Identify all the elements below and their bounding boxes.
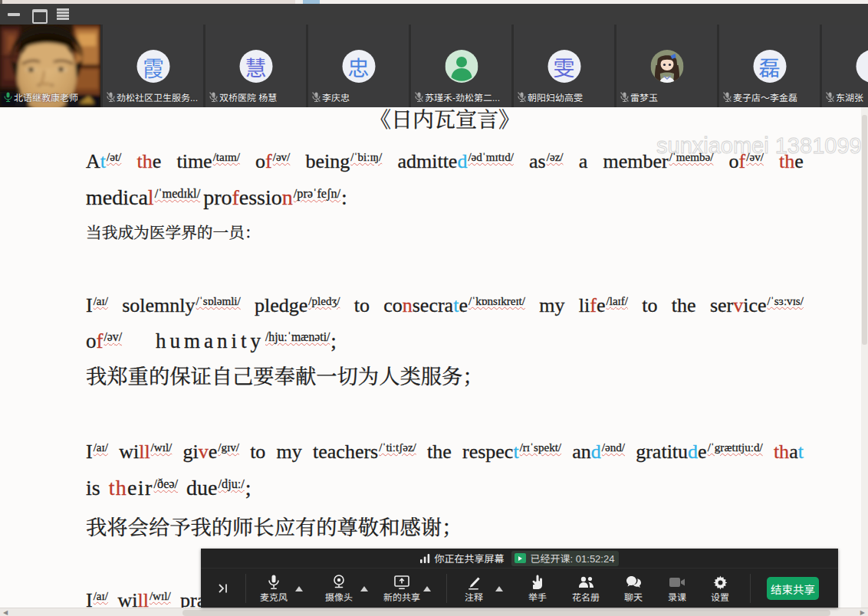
word: give/gɪv/ <box>182 434 238 473</box>
toolbar-button-label: 录课 <box>668 592 686 604</box>
word: of/əv/ <box>255 143 290 182</box>
english-text-line: of/əv/humanity/hjuːˈmænəti/; <box>86 323 804 359</box>
phonetic-superscript: /əz/ <box>547 151 564 163</box>
chinese-text-line: 我将会给予我的师长应有的尊敬和感谢； <box>86 510 804 546</box>
word-segment: member <box>603 150 668 172</box>
restore-window-icon[interactable] <box>32 8 44 20</box>
word-segment: t <box>100 150 106 172</box>
toolbar-button-content: 录课 <box>657 574 697 604</box>
dropdown-arrow[interactable] <box>495 586 503 591</box>
window-titlebar <box>0 4 868 25</box>
word-segment: to <box>354 294 370 316</box>
word-segment: to <box>250 441 265 463</box>
toolbar-button-chat[interactable]: 聊天 <box>613 571 653 606</box>
vertical-scrollbar-thumb[interactable] <box>862 115 867 345</box>
phonetic-superscript: /ədˈmɪtɪd/ <box>468 151 513 163</box>
dropdown-arrow[interactable] <box>295 586 303 591</box>
word-segment: n <box>403 294 413 316</box>
mic-muted-icon <box>518 91 528 105</box>
dropdown-arrow[interactable] <box>423 586 431 591</box>
participant-tile[interactable]: 霞劲松社区卫生服务... <box>103 25 203 107</box>
dropdown-arrow[interactable] <box>360 586 368 591</box>
pen-icon <box>466 574 482 591</box>
word: a <box>579 143 588 179</box>
avatar-image <box>650 50 683 83</box>
phonetic-superscript: /əv/ <box>273 151 291 163</box>
document-text-column: 《日内瓦宣言》 At/ət/thetime/taɪm/of/əv/being/ˈ… <box>86 107 804 616</box>
participant-namebar: 朝阳妇幼高雯 <box>518 91 583 105</box>
participant-name: 雷梦玉 <box>630 93 658 103</box>
scroll-right-arrow[interactable]: ▶ <box>860 609 865 616</box>
word: my <box>277 434 302 470</box>
avatar-initial: 霞 <box>136 50 169 83</box>
participant-tile[interactable]: 雷梦玉 <box>616 25 717 107</box>
participant-tile[interactable]: 东湖张 <box>822 25 868 107</box>
participant-tile[interactable]: 苏瑾禾-劲松第二... <box>411 25 511 107</box>
toolbar-button-share-screen[interactable]: 新的共享 <box>377 571 440 606</box>
meeting-toolbar: 你正在共享屏幕 已经开课: 01:52:24 麦克风摄像头新的共享注释举手花名册… <box>201 549 838 608</box>
word-segment: wi <box>119 441 139 463</box>
toolbar-button-record[interactable]: 录课 <box>657 571 697 606</box>
word: profession/prəˈfeʃn/: <box>203 179 347 219</box>
toolbar-button-hand[interactable]: 举手 <box>516 571 559 606</box>
phonetic-superscript: /ˈsɜːvɪs/ <box>768 295 804 307</box>
class-recording-icon <box>515 553 526 563</box>
menu-icon[interactable] <box>57 8 69 20</box>
signal-bars-icon <box>420 554 430 563</box>
word-segment: as <box>529 150 546 172</box>
chat-icon <box>626 574 642 591</box>
class-timer-text: 已经开课: 01:52:24 <box>531 551 615 565</box>
word: humanity/hjuːˈmænəti/; <box>156 323 340 362</box>
word-segment: d <box>688 441 698 463</box>
word: service/ˈsɜːvɪs/ <box>710 287 804 326</box>
word-segment: gratitu <box>636 441 688 463</box>
word-segment: th <box>779 150 794 172</box>
participant-tile[interactable]: 磊麦子店～李金磊 <box>719 25 820 107</box>
word-segment: e <box>209 441 218 463</box>
punctuation: : <box>341 185 347 209</box>
word-segment: th <box>136 150 152 172</box>
toolbar-button-pen[interactable]: 注释 <box>449 571 512 606</box>
toolbar-button-microphone[interactable]: 麦克风 <box>249 571 312 606</box>
toolbar-button-camera[interactable]: 摄像头 <box>314 571 377 606</box>
phonetic-superscript: /rɪˈspekt/ <box>520 441 561 454</box>
participant-name: 北语继教康老师 <box>14 93 78 103</box>
word-segment: a <box>579 150 588 172</box>
horizontal-scrollbar[interactable]: ◀ ▶ <box>0 608 868 616</box>
participant-tile[interactable]: 北语继教康老师 <box>0 25 100 107</box>
phonetic-superscript: /prəˈfeʃn/ <box>294 187 340 201</box>
participant-tile[interactable]: 忠李庆忠 <box>308 25 409 107</box>
toolbar-button-content: 摄像头 <box>314 574 363 604</box>
shared-document: sunxiaomei 138109929 《日内瓦宣言》 At/ət/theti… <box>0 107 868 616</box>
word-segment: l <box>148 185 154 209</box>
avatar-initial: 忠 <box>342 50 375 83</box>
word-segment: e <box>794 150 804 172</box>
english-text-line: At/ət/thetime/taɪm/of/əv/being/ˈbiːɪŋ/ad… <box>86 143 804 179</box>
word-segment: secra <box>413 294 453 316</box>
word: the <box>427 434 452 470</box>
participant-name: 东湖张 <box>836 93 863 103</box>
word-segment: time <box>176 150 212 172</box>
word-segment: the <box>672 294 696 316</box>
toolbar-button-gear[interactable]: 设置 <box>700 571 740 606</box>
end-share-button[interactable]: 结束共享 <box>767 577 819 600</box>
avatar-initial: 慧 <box>239 50 272 83</box>
word: teachers/ˈtiːtʃəz/ <box>313 434 416 473</box>
collapse-toolbar-button[interactable] <box>201 573 245 604</box>
minimize-icon[interactable] <box>8 8 20 20</box>
word-segment: d <box>591 441 601 463</box>
word: life/laɪf/ <box>579 287 628 326</box>
phonetic-superscript: /ət/ <box>107 151 121 163</box>
scroll-left-arrow[interactable]: ◀ <box>3 609 8 616</box>
horizontal-scrollbar-thumb[interactable] <box>182 610 830 616</box>
toolbar-button-label: 麦克风 <box>260 592 288 604</box>
vertical-scrollbar[interactable] <box>861 107 868 608</box>
toolbar-button-content: 新的共享 <box>377 574 426 604</box>
toolbar-button-roster[interactable]: 花名册 <box>564 571 607 606</box>
word-segment: th <box>774 441 789 463</box>
mic-muted-icon <box>107 91 117 105</box>
sharing-status: 你正在共享屏幕 <box>420 551 505 565</box>
participant-tile[interactable]: 雯朝阳妇幼高雯 <box>514 25 614 107</box>
participant-tile[interactable]: 慧双桥医院 杨慧 <box>205 25 306 107</box>
word-segment: an <box>572 441 591 463</box>
